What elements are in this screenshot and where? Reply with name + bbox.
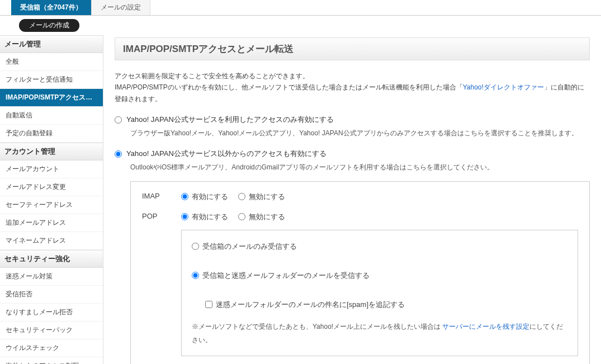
access-option-external[interactable]: Yahoo! JAPAN公式サービス以外からのアクセスも有効にする bbox=[115, 149, 590, 159]
desc-line2a: IMAP/POP/SMTPのいずれかを有効にし、他メールソフトで送受信した場合ま… bbox=[115, 83, 463, 91]
sidebar-head-mail: メール管理 bbox=[0, 35, 103, 53]
radio-official-only[interactable] bbox=[115, 116, 122, 124]
sidebar-item-virus[interactable]: ウイルスチェック bbox=[0, 339, 103, 357]
sidebar-item-safety-address[interactable]: セーフティーアドレス bbox=[0, 196, 103, 214]
sidebar-item-security-pack[interactable]: セキュリティーパック bbox=[0, 322, 103, 339]
sidebar-item-mail-account[interactable]: メールアカウント bbox=[0, 160, 103, 178]
sidebar-item-spoof[interactable]: なりすましメール拒否 bbox=[0, 304, 103, 322]
tab-inbox[interactable]: 受信箱（全7047件） bbox=[11, 0, 91, 15]
sidebar: メール管理 全般 フィルターと受信通知 IMAP/POP/SMTPアクセスと… … bbox=[0, 35, 103, 364]
compose-button[interactable]: メールの作成 bbox=[19, 19, 79, 32]
imap-enable[interactable]: 有効にする bbox=[181, 192, 228, 202]
sidebar-item-autoreply[interactable]: 自動返信 bbox=[0, 107, 103, 125]
access-option-official-only[interactable]: Yahoo! JAPAN公式サービスを利用したアクセスのみ有効にする bbox=[115, 115, 590, 125]
sidebar-item-imap-pop-smtp[interactable]: IMAP/POP/SMTPアクセスと… bbox=[0, 89, 103, 107]
sidebar-item-block[interactable]: 受信拒否 bbox=[0, 286, 103, 304]
desc-line1: アクセス範囲を限定することで安全性を高めることができます。 bbox=[115, 72, 309, 80]
imap-row: IMAP 有効にする 無効にする bbox=[142, 192, 578, 202]
sidebar-item-myname-address[interactable]: マイネームアドレス bbox=[0, 232, 103, 250]
pop-inbox-and-spam[interactable]: 受信箱と迷惑メールフォルダーのメールを受信する bbox=[192, 268, 567, 283]
sidebar-head-account: アカウント管理 bbox=[0, 143, 103, 160]
pop-disable[interactable]: 無効にする bbox=[238, 212, 285, 222]
radio-external-label: Yahoo! JAPAN公式サービス以外からのアクセスも有効にする bbox=[126, 149, 326, 159]
sidebar-item-filter[interactable]: フィルターと受信通知 bbox=[0, 71, 103, 89]
radio-external[interactable] bbox=[115, 150, 122, 158]
direct-offer-link[interactable]: Yahoo!ダイレクトオファー bbox=[463, 83, 544, 91]
compose-row: メールの作成 bbox=[0, 16, 601, 35]
pop-inbox-only[interactable]: 受信箱のメールのみ受信する bbox=[192, 239, 567, 254]
official-only-desc: ブラウザー版Yahoo!メール、Yahoo!メール公式アプリ、Yahoo! JA… bbox=[130, 128, 590, 139]
sidebar-item-extra-address[interactable]: 追加メールアドレス bbox=[0, 214, 103, 232]
pop-keep-note: ※メールソフトなどで受信したあとも、Yahoo!メール上にメールを残したい場合は… bbox=[192, 320, 567, 347]
sidebar-item-general[interactable]: 全般 bbox=[0, 53, 103, 71]
pop-scope-panel: 受信箱のメールのみ受信する 受信箱と迷惑メールフォルダーのメールを受信する 迷惑… bbox=[181, 230, 578, 356]
imap-label: IMAP bbox=[142, 192, 170, 200]
sidebar-head-security: セキュリティー強化 bbox=[0, 250, 103, 268]
spam-tag-checkbox[interactable] bbox=[205, 301, 212, 308]
pop-label: POP bbox=[142, 212, 170, 220]
sidebar-item-schedule[interactable]: 予定の自動登録 bbox=[0, 125, 103, 143]
sidebar-item-spam[interactable]: 迷惑メール対策 bbox=[0, 268, 103, 286]
sidebar-item-change-address[interactable]: メールアドレス変更 bbox=[0, 178, 103, 196]
main-content: IMAP/POP/SMTPアクセスとメール転送 アクセス範囲を限定することで安全… bbox=[103, 35, 601, 364]
pop-row: POP 有効にする 無効にする 受信箱のメールのみ受信する 受信箱と迷惑メールフ… bbox=[142, 212, 578, 356]
spam-tag-row[interactable]: 迷惑メールフォルダーのメールの件名に[spam]を追記する bbox=[205, 297, 567, 312]
description: アクセス範囲を限定することで安全性を高めることができます。 IMAP/POP/S… bbox=[115, 70, 590, 105]
sidebar-item-overseas[interactable]: 海外からのアクセス制限 bbox=[0, 357, 103, 364]
page-title: IMAP/POP/SMTPアクセスとメール転送 bbox=[115, 37, 590, 60]
imap-disable[interactable]: 無効にする bbox=[238, 192, 285, 202]
external-desc: OutlookやiOS標準メールアプリ、AndroidのGmailアプリ等のメー… bbox=[130, 162, 590, 173]
keep-on-server-link[interactable]: サーバーにメールを残す設定 bbox=[442, 323, 529, 330]
top-tabs: 受信箱（全7047件） メールの設定 bbox=[0, 0, 601, 16]
spam-tag-label: 迷惑メールフォルダーのメールの件名に[spam]を追記する bbox=[216, 297, 405, 312]
radio-official-only-label: Yahoo! JAPAN公式サービスを利用したアクセスのみ有効にする bbox=[126, 115, 334, 125]
protocol-panel: IMAP 有効にする 無効にする POP 有効にする 無効にする 受信箱のメール… bbox=[130, 181, 590, 364]
pop-enable[interactable]: 有効にする bbox=[181, 212, 228, 222]
tab-mail-settings[interactable]: メールの設定 bbox=[91, 0, 150, 15]
